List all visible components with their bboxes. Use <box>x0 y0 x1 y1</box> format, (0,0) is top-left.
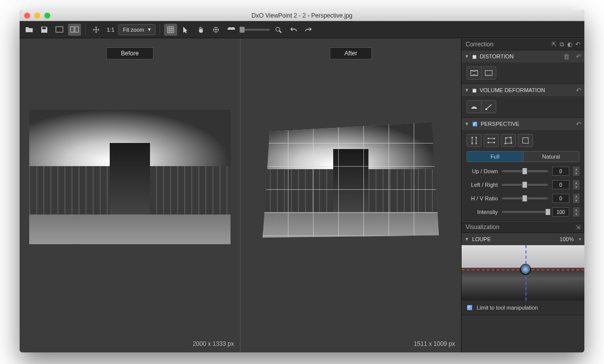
collapse-icon: ▼ <box>465 88 469 93</box>
force-rectangle-button[interactable] <box>501 134 516 147</box>
visualization-label: Visualization <box>466 224 499 231</box>
loupe-zoom-value[interactable]: 100% <box>560 236 574 242</box>
distortion-auto-button[interactable] <box>467 66 482 80</box>
volume-header[interactable]: ▼ ◼ VOLUME DEFORMATION ↶ <box>462 84 584 96</box>
chevron-down-icon[interactable]: ▾ <box>579 237 581 242</box>
app-window: DxO ViewPoint 2 - 2 - Perspective.jpg 1:… <box>20 10 584 352</box>
slider-value[interactable]: 0 <box>552 167 569 176</box>
svg-point-13 <box>494 138 495 139</box>
pin-icon[interactable]: ⇲ <box>575 224 580 231</box>
mask-opacity-slider[interactable] <box>240 29 270 31</box>
distortion-header[interactable]: ▼ ◼ DISTORTION 🗑 ↶ <box>462 50 584 62</box>
volume-diagonal-button[interactable] <box>481 100 496 113</box>
correction-label: Correction <box>466 41 493 48</box>
main-toolbar: 1:1 Fit zoom ▾ <box>20 21 584 38</box>
redo-button[interactable] <box>302 24 315 36</box>
slider-track[interactable] <box>502 184 548 186</box>
zoom-dropdown[interactable]: Fit zoom ▾ <box>118 24 156 35</box>
ratio-label[interactable]: 1:1 <box>105 27 116 33</box>
save-button[interactable] <box>38 24 51 36</box>
distortion-manual-button[interactable] <box>481 66 496 80</box>
slider-thumb[interactable] <box>240 27 245 33</box>
limit-checkbox[interactable] <box>467 305 473 311</box>
svg-rect-0 <box>56 27 63 32</box>
separator <box>85 24 86 35</box>
visualization-panel-header: Visualization ⇲ <box>462 221 584 233</box>
minimize-window-button[interactable] <box>34 13 40 19</box>
open-file-button[interactable] <box>23 24 36 36</box>
svg-point-16 <box>505 137 507 139</box>
single-view-button[interactable] <box>53 24 66 36</box>
perspective-mode-full[interactable]: Full <box>467 151 523 162</box>
force-horizontal-button[interactable] <box>484 134 499 147</box>
after-dimensions: 1511 x 1009 px <box>414 340 455 347</box>
before-dimensions: 2000 x 1333 px <box>193 340 234 347</box>
distortion-section: ▼ ◼ DISTORTION 🗑 ↶ <box>462 50 584 84</box>
slider-thumb[interactable] <box>522 168 527 175</box>
close-window-button[interactable] <box>24 13 30 19</box>
slider-track[interactable] <box>502 211 548 213</box>
slider-label: Intensity <box>467 209 498 215</box>
copy-icon[interactable]: ⧉ <box>560 41 564 48</box>
slider-stepper[interactable]: ▲▼ <box>573 180 579 189</box>
mask-tool-button[interactable] <box>224 24 238 36</box>
grid-toggle-button[interactable] <box>164 24 177 36</box>
force-vertical-button[interactable] <box>467 134 482 147</box>
globe-icon[interactable]: ◐ <box>567 41 572 48</box>
slider-value[interactable]: 0 <box>552 194 569 203</box>
volume-horizontal-button[interactable] <box>467 100 482 113</box>
reset-icon[interactable]: ↶ <box>576 120 581 128</box>
enable-checkbox[interactable]: ◼ <box>472 53 477 60</box>
slider-value[interactable]: 0 <box>552 180 569 189</box>
svg-point-11 <box>476 143 477 144</box>
section-title: PERSPECTIVE <box>481 121 519 127</box>
before-label: Before <box>106 47 153 59</box>
slider-track[interactable] <box>502 170 548 172</box>
section-title: VOLUME DEFORMATION <box>480 87 545 93</box>
loupe-header[interactable]: ▼ LOUPE 100% ▾ <box>462 233 584 245</box>
slider-stepper[interactable]: ▲▼ <box>573 167 579 176</box>
pointer-tool-button[interactable] <box>179 24 192 36</box>
slider-h-v-ratio: H / V Ratio0▲▼ <box>467 194 579 203</box>
slider-thumb[interactable] <box>545 208 551 215</box>
reset-icon[interactable]: ↶ <box>576 87 581 94</box>
perspective-mode-natural[interactable]: Natural <box>523 151 580 162</box>
loupe-preview[interactable] <box>462 245 584 301</box>
slider-value[interactable]: 100 <box>552 207 569 216</box>
slider-stepper[interactable]: ▲▼ <box>573 194 579 203</box>
hand-tool-button[interactable] <box>194 24 207 36</box>
slider-stepper[interactable]: ▲▼ <box>573 207 579 216</box>
collapse-icon: ▼ <box>465 237 469 242</box>
zoom-window-button[interactable] <box>44 13 50 19</box>
svg-point-14 <box>488 142 489 143</box>
eight-point-button[interactable] <box>518 134 533 147</box>
delete-icon[interactable]: 🗑 <box>563 53 570 60</box>
collapse-icon: ▼ <box>465 54 469 59</box>
slider-thumb[interactable] <box>522 181 527 188</box>
svg-point-4 <box>276 27 280 31</box>
before-image[interactable] <box>29 110 231 244</box>
reset-icon[interactable]: ↶ <box>576 53 581 60</box>
svg-rect-2 <box>75 27 79 32</box>
perspective-header[interactable]: ▼ PERSPECTIVE ↶ <box>462 118 584 130</box>
after-image[interactable] <box>263 120 439 238</box>
correction-panel-header: Correction ⇱ ⧉ ◐ ↶ <box>462 38 584 50</box>
enable-checkbox[interactable] <box>472 121 478 127</box>
after-label: After <box>330 47 371 59</box>
loupe-section: ▼ LOUPE 100% ▾ Limit to tool manipulatio… <box>462 233 584 315</box>
slider-thumb[interactable] <box>522 195 527 202</box>
slider-track[interactable] <box>502 197 548 199</box>
reset-all-icon[interactable]: ↶ <box>575 41 580 48</box>
section-title: LOUPE <box>472 236 491 242</box>
undo-button[interactable] <box>287 24 300 36</box>
zoom-tool-button[interactable] <box>272 24 285 36</box>
export-icon[interactable]: ⇱ <box>552 41 557 48</box>
reference-line-button[interactable] <box>209 24 222 36</box>
slider-intensity: Intensity100▲▼ <box>467 207 579 216</box>
slider-left-right: Left / Right0▲▼ <box>467 180 579 189</box>
loupe-center-handle[interactable] <box>521 265 530 274</box>
before-pane: Before 2000 x 1333 px <box>20 38 240 352</box>
enable-checkbox[interactable]: ◼ <box>472 87 477 94</box>
move-tool-button[interactable] <box>90 24 103 36</box>
compare-view-button[interactable] <box>68 24 81 36</box>
